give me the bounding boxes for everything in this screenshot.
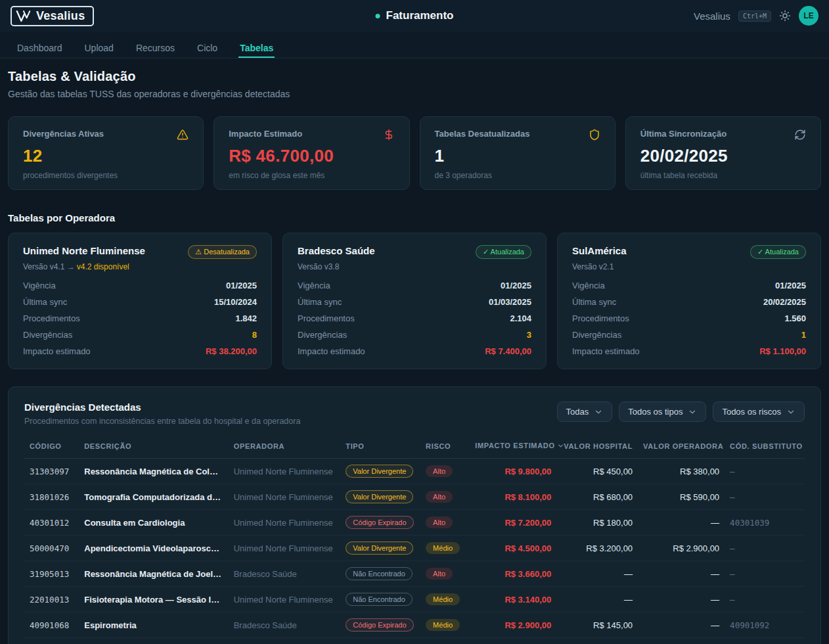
cell-substituto: — — [725, 587, 805, 612]
risco-badge: Médio — [426, 593, 460, 605]
cell-substituto: — — [725, 459, 805, 484]
filter-label: Todos os riscos — [722, 407, 781, 417]
header-actions: Vesalius Ctrl+M LE — [694, 6, 818, 26]
nav-item-dashboard[interactable]: Dashboard — [16, 32, 64, 58]
cell-tipo: Valor Divergente — [340, 536, 420, 561]
cell-codigo: 31303097 — [24, 459, 79, 484]
operator-field-vigencia: Vigência01/2025 — [298, 281, 531, 291]
cell-codigo: 22010013 — [24, 587, 79, 612]
stat-value: R$ 46.700,00 — [229, 146, 394, 166]
avatar[interactable]: LE — [799, 6, 818, 26]
cell-tipo: Código Expirado — [340, 638, 420, 644]
cell-descricao: Ressonância Magnética de Joelho — [79, 561, 228, 587]
table-row: 41204109 Eletrocardiograma em Repouso… U… — [24, 638, 805, 644]
cell-operadora: Unimed Norte Fluminense — [229, 587, 341, 612]
col-impacto-estimado[interactable]: IMPACTO ESTIMADO — [470, 438, 556, 459]
divergences-heading: Divergências Detectadas Procedimentos co… — [24, 402, 300, 426]
field-label: Procedimentos — [23, 313, 80, 324]
col-codigo: CÓDIGO — [24, 438, 79, 459]
cell-valor-operadora: — — [638, 612, 725, 638]
risco-badge: Alto — [426, 491, 453, 503]
col-tipo: TIPO — [340, 438, 420, 459]
nav-item-upload[interactable]: Upload — [83, 32, 115, 58]
field-label: Impacto estimado — [572, 346, 640, 357]
logo[interactable]: Vesalius — [11, 6, 94, 26]
tipo-badge: Não Encontrado — [346, 567, 413, 580]
operator-field-procedimentos: Procedimentos1.842 — [23, 313, 257, 324]
field-label: Última sync — [298, 297, 342, 308]
cell-codigo: 50000470 — [24, 536, 79, 561]
risco-badge: Alto — [426, 517, 453, 528]
cell-valor-operadora: R$ 380,00 — [638, 459, 725, 484]
stat-value: 20/02/2025 — [640, 146, 806, 166]
filter-tipo[interactable]: Todos os tipos — [619, 402, 706, 422]
field-value: 01/2025 — [775, 281, 806, 291]
nav-item-ciclo[interactable]: Ciclo — [196, 32, 219, 58]
cell-descricao: Ressonância Magnética de Coluna… — [79, 459, 228, 484]
filter-label: Todas — [566, 407, 589, 417]
col-valor-operadora: VALOR OPERADORA — [638, 438, 725, 459]
header-user-label: Vesalius — [694, 11, 730, 22]
cell-descricao: Espirometria — [79, 612, 228, 638]
field-value: 01/2025 — [226, 281, 257, 291]
cell-descricao: Consulta em Cardiologia — [79, 510, 228, 536]
cell-impacto: R$ 7.200,00 — [470, 510, 556, 536]
cell-substituto: — — [725, 561, 805, 587]
field-value: 01/2025 — [501, 281, 531, 291]
stat-caption: de 3 operadoras — [435, 171, 600, 180]
divergences-title: Divergências Detectadas — [24, 402, 300, 413]
operators-section-title: Tabelas por Operadora — [8, 212, 821, 223]
field-label: Impacto estimado — [298, 346, 365, 357]
theme-toggle-button[interactable] — [779, 10, 791, 22]
field-label: Impacto estimado — [23, 346, 91, 357]
cell-valor-hospital: R$ 95,00 — [556, 638, 638, 644]
field-value: 1.842 — [235, 313, 257, 324]
field-label: Procedimentos — [298, 313, 355, 324]
stat-label: Tabelas Desatualizadas — [435, 129, 530, 139]
field-label: Vigência — [298, 281, 330, 291]
header-title: Faturamento — [376, 9, 454, 22]
cell-valor-operadora: R$ 2.900,00 — [638, 536, 725, 561]
filter-risco[interactable]: Todos os riscos — [713, 402, 805, 422]
stat-caption: em risco de glosa este mês — [229, 171, 394, 180]
cell-risco: Alto — [420, 561, 470, 587]
filter-label: Todos os tipos — [628, 407, 683, 417]
operator-field-vigencia: Vigência01/2025 — [572, 281, 806, 291]
operator-field-divergencias: Divergências8 — [23, 330, 257, 340]
operator-card-unimed: Unimed Norte Fluminense ⚠ Desatualizada … — [8, 233, 272, 369]
table-row: 40301012 Consulta em Cardiologia Unimed … — [24, 510, 805, 536]
stat-value: 1 — [435, 146, 600, 166]
cell-risco: Alto — [420, 459, 470, 484]
table-row: 40901068 Espirometria Bradesco Saúde Cód… — [24, 612, 805, 638]
risco-badge: Médio — [426, 619, 460, 631]
field-label: Divergências — [23, 330, 72, 340]
tipo-badge: Código Expirado — [346, 618, 413, 632]
cell-substituto: 41204127 — [725, 638, 805, 644]
cell-tipo: Código Expirado — [340, 510, 420, 536]
main-content: Tabelas & Validação Gestão das tabelas T… — [0, 58, 829, 644]
cell-impacto: R$ 3.660,00 — [470, 561, 556, 587]
operator-version: Versão v3.8 — [298, 262, 531, 271]
cell-valor-hospital: — — [556, 561, 638, 587]
chevron-down-icon — [688, 407, 697, 417]
nav-item-tabelas[interactable]: Tabelas — [238, 32, 275, 58]
field-value: 20/02/2025 — [763, 297, 806, 308]
sort-chevron-icon — [557, 442, 564, 451]
nav-item-recursos[interactable]: Recursos — [135, 32, 176, 58]
cell-tipo: Não Encontrado — [340, 587, 420, 612]
logo-text: Vesalius — [36, 9, 85, 23]
operator-version-current: Versão v3.8 — [298, 262, 339, 271]
operator-field-impacto: Impacto estimadoR$ 38.200,00 — [23, 346, 257, 357]
tipo-badge: Valor Divergente — [346, 490, 413, 503]
cell-valor-operadora: — — [638, 638, 725, 644]
operator-name: Unimed Norte Fluminense — [23, 245, 145, 256]
stat-card-impacto: Impacto Estimado R$ 46.700,00 em risco d… — [213, 116, 409, 190]
stat-label: Divergências Ativas — [23, 129, 104, 139]
cell-risco: Médio — [420, 612, 470, 638]
filter-operadora[interactable]: Todas — [557, 402, 613, 422]
risco-badge: Alto — [426, 568, 453, 580]
chevron-down-icon — [786, 407, 795, 417]
operators-grid: Unimed Norte Fluminense ⚠ Desatualizada … — [8, 233, 821, 369]
divergences-card: Divergências Detectadas Procedimentos co… — [8, 386, 821, 644]
refresh-icon — [794, 129, 806, 141]
